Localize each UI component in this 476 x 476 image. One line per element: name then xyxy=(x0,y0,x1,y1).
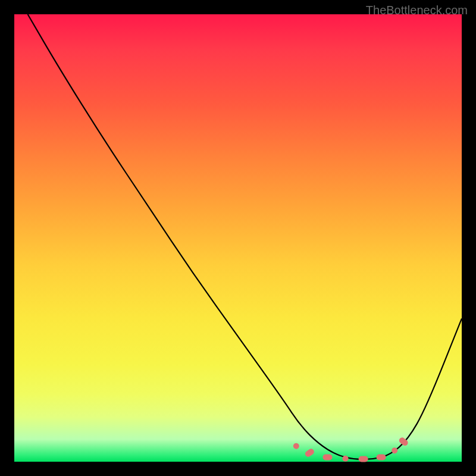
optimal-marker xyxy=(343,456,349,462)
watermark-text: TheBottleneck.com xyxy=(366,4,468,17)
optimal-marker xyxy=(322,455,332,461)
optimal-marker xyxy=(359,456,368,462)
optimal-marker xyxy=(377,455,386,461)
optimal-marker xyxy=(304,447,315,458)
optimal-marker xyxy=(292,442,300,450)
bottleneck-curve-path xyxy=(28,14,462,459)
chart-plot-area xyxy=(14,14,462,462)
chart-svg xyxy=(14,14,462,462)
